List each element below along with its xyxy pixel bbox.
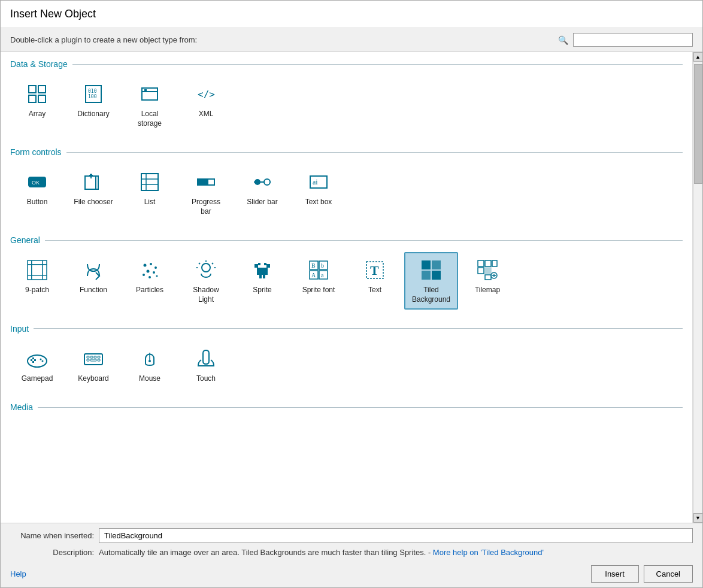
sprite-label: Sprite — [253, 286, 271, 295]
sprite-font-icon: BbAa — [305, 257, 332, 283]
description-static: Automatically tile an image over an area… — [99, 548, 431, 557]
section-title-input: Input — [10, 324, 29, 334]
item-dictionary[interactable]: 010100Dictionary — [66, 76, 120, 133]
footer-buttons: Help Insert Cancel — [10, 563, 693, 583]
shadow-light-icon — [193, 257, 219, 283]
svg-rect-70 — [485, 268, 491, 274]
item-mouse[interactable]: Mouse — [123, 341, 177, 389]
svg-rect-20 — [198, 179, 208, 185]
svg-rect-86 — [98, 356, 100, 358]
svg-rect-50 — [259, 275, 262, 278]
scrollbar: ▲ ▼ — [693, 52, 702, 523]
item-button[interactable]: OKButton — [10, 164, 64, 221]
item-slider-bar[interactable]: Slider bar — [235, 164, 289, 221]
item-array[interactable]: Array — [10, 76, 64, 133]
touch-label: Touch — [196, 374, 216, 384]
mouse-icon — [137, 345, 163, 372]
item-text[interactable]: TText — [348, 252, 402, 309]
list-icon — [137, 169, 163, 195]
dialog-header: Double-click a plugin to create a new ob… — [1, 28, 702, 52]
item-tilemap[interactable]: Tilemap — [460, 252, 514, 309]
plugin-list: Data & StorageArray010100DictionaryLocal… — [1, 52, 693, 523]
shadow-light-label: ShadowLight — [193, 286, 219, 304]
item-text-box[interactable]: aiText box — [292, 164, 346, 221]
section-header-media: Media — [1, 398, 692, 417]
local-storage-icon — [137, 81, 163, 107]
svg-point-22 — [254, 179, 260, 185]
item-particles[interactable]: Particles — [123, 252, 177, 309]
item-function[interactable]: Function — [66, 252, 120, 309]
text-label: Text — [368, 286, 381, 295]
tiled-background-label: TiledBackground — [412, 286, 450, 304]
svg-rect-27 — [31, 260, 32, 280]
name-input[interactable] — [99, 528, 693, 543]
9-patch-label: 9-patch — [25, 286, 49, 295]
item-local-storage[interactable]: Localstorage — [123, 76, 177, 133]
svg-rect-88 — [90, 359, 96, 361]
svg-rect-30 — [28, 275, 47, 276]
item-list[interactable]: List — [123, 164, 177, 221]
section-header-data-storage: Data & Storage — [1, 54, 692, 74]
svg-rect-85 — [94, 356, 96, 358]
item-9-patch[interactable]: 9-patch — [10, 252, 64, 309]
list-label: List — [144, 198, 156, 207]
svg-rect-9 — [144, 89, 147, 91]
item-tiled-background[interactable]: TiledBackground — [404, 252, 458, 309]
svg-rect-68 — [492, 260, 497, 266]
items-grid-data-storage: Array010100DictionaryLocalstorage</>XML — [1, 74, 692, 140]
svg-text:OK: OK — [32, 180, 40, 186]
section-line-input — [34, 328, 683, 329]
xml-label: XML — [199, 110, 214, 119]
section-title-general: General — [10, 235, 40, 245]
cancel-button[interactable]: Cancel — [644, 565, 693, 583]
svg-text:010: 010 — [88, 89, 97, 94]
svg-rect-63 — [432, 260, 441, 269]
text-box-icon: ai — [305, 169, 332, 195]
svg-point-37 — [156, 275, 158, 277]
svg-rect-45 — [254, 264, 258, 268]
dialog-title: Insert New Object — [1, 1, 702, 28]
insert-button[interactable]: Insert — [591, 565, 639, 583]
item-gamepad[interactable]: Gamepad — [10, 341, 64, 389]
svg-line-41 — [212, 263, 213, 264]
item-progress-bar[interactable]: Progressbar — [179, 164, 233, 221]
scroll-up-button[interactable]: ▲ — [693, 52, 703, 62]
item-touch[interactable]: Touch — [179, 341, 233, 389]
button-icon: OK — [24, 169, 50, 195]
svg-point-31 — [144, 264, 147, 267]
svg-point-81 — [42, 360, 44, 362]
svg-rect-84 — [90, 356, 93, 358]
item-file-chooser[interactable]: File chooser — [66, 164, 120, 221]
section-header-general: General — [1, 231, 692, 250]
keyboard-icon — [80, 345, 107, 372]
item-sprite[interactable]: Sprite — [235, 252, 289, 309]
item-sprite-font[interactable]: BbAaSprite font — [292, 252, 346, 309]
search-icon-button[interactable]: 🔍 — [558, 35, 568, 45]
function-label: Function — [80, 286, 107, 295]
section-title-media: Media — [10, 402, 33, 412]
mouse-label: Mouse — [139, 374, 160, 384]
section-data-storage: Data & StorageArray010100DictionaryLocal… — [1, 54, 692, 140]
svg-rect-51 — [263, 275, 265, 278]
item-keyboard[interactable]: Keyboard — [66, 341, 120, 389]
content-area: Data & StorageArray010100DictionaryLocal… — [1, 52, 702, 523]
sprite-font-label: Sprite font — [302, 286, 335, 295]
gamepad-label: Gamepad — [22, 374, 53, 384]
scroll-thumb[interactable] — [694, 64, 702, 184]
section-header-form-controls: Form controls — [1, 143, 692, 162]
item-shadow-light[interactable]: ShadowLight — [179, 252, 233, 309]
description-link[interactable]: More help on 'Tiled Background' — [433, 548, 544, 557]
svg-rect-89 — [98, 359, 100, 361]
section-header-input: Input — [1, 319, 692, 338]
header-subtitle: Double-click a plugin to create a new ob… — [10, 35, 553, 44]
svg-rect-26 — [28, 260, 47, 280]
scroll-down-button[interactable]: ▼ — [693, 513, 703, 523]
particles-icon — [137, 257, 163, 283]
search-input[interactable] — [573, 33, 693, 47]
help-link[interactable]: Help — [10, 569, 26, 578]
svg-point-35 — [153, 271, 155, 274]
section-input: InputGamepadKeyboardMouseTouch — [1, 319, 692, 396]
svg-rect-28 — [42, 260, 43, 280]
section-title-form-controls: Form controls — [10, 147, 62, 157]
item-xml[interactable]: </>XML — [179, 76, 233, 133]
